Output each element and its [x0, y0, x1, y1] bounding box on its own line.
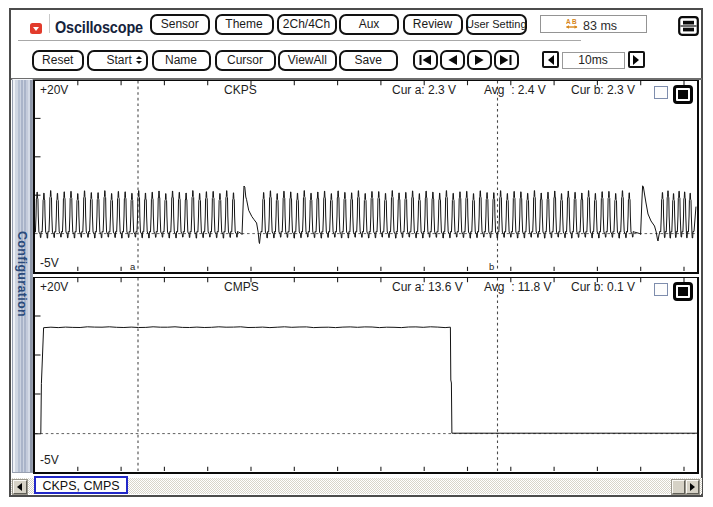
svg-text:B: B: [572, 19, 577, 25]
svg-text:A: A: [566, 19, 571, 25]
